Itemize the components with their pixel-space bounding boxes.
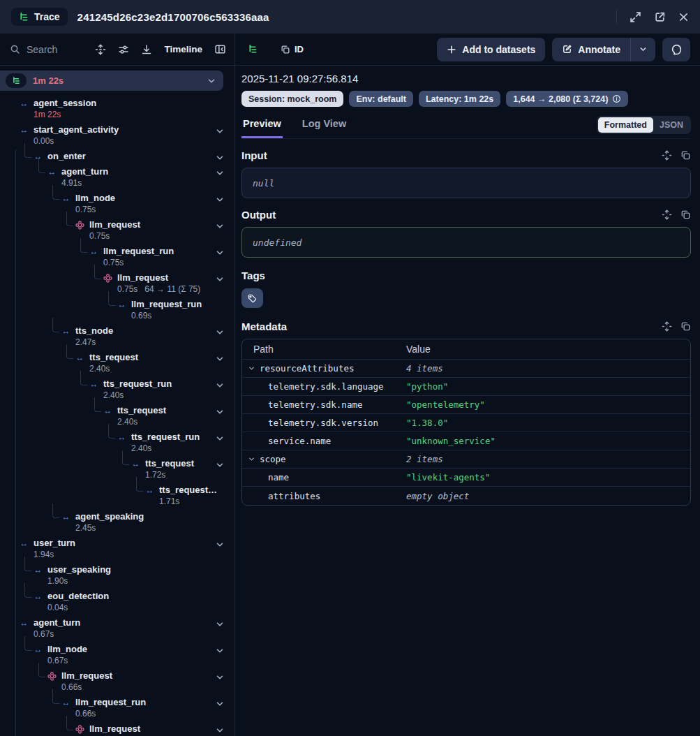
tree-item-agent_session[interactable]: ↔agent_session1m 22s xyxy=(0,96,234,123)
chevron-down-icon[interactable] xyxy=(215,248,225,258)
chevron-down-icon[interactable] xyxy=(215,168,225,178)
collapse-panel-icon[interactable] xyxy=(214,43,226,55)
tree-item-llm_request[interactable]: llm_request0.66s xyxy=(0,669,234,695)
add-tag-button[interactable] xyxy=(241,288,263,308)
copy-icon[interactable] xyxy=(680,321,691,332)
chevron-down-icon[interactable] xyxy=(215,153,225,163)
span-name: llm_request_run xyxy=(103,246,174,257)
search-input[interactable] xyxy=(27,44,82,55)
timeline-button[interactable]: Timeline xyxy=(164,44,202,54)
metadata-row-scope[interactable]: scope2 items xyxy=(242,450,690,469)
tree-item-user_speaking[interactable]: ↔user_speaking1.90s xyxy=(0,563,234,589)
trace-tree-icon xyxy=(19,12,29,22)
span-arrows-icon: ↔ xyxy=(19,98,29,109)
tree-view-toggle-icon[interactable] xyxy=(248,44,258,54)
open-external-button[interactable] xyxy=(654,11,666,23)
annotate-dropdown-button[interactable] xyxy=(631,38,655,61)
close-icon[interactable] xyxy=(678,12,689,22)
tree-item-agent_turn[interactable]: ↔agent_turn0.67s xyxy=(0,616,234,642)
detail-tabs: Preview Log View FormattedJSON xyxy=(241,115,691,139)
expand-section-icon[interactable] xyxy=(662,150,672,161)
span-arrows-icon: ↔ xyxy=(117,299,127,310)
tree-item-tts_request[interactable]: ↔tts_request2.40s xyxy=(0,404,234,430)
chevron-down-icon[interactable] xyxy=(215,274,225,284)
chevron-down-icon[interactable] xyxy=(215,327,225,337)
chevron-down-icon[interactable] xyxy=(215,221,225,231)
tree-item-llm_request_run[interactable]: ↔llm_request_run0.69s xyxy=(0,297,234,324)
tree-item-agent_turn[interactable]: ↔agent_turn4.91s xyxy=(0,165,234,191)
tree-item-llm_request_run[interactable]: ↔llm_request_run0.66s xyxy=(0,695,234,722)
metadata-col-path: Path xyxy=(242,344,406,355)
format-option-formatted[interactable]: Formatted xyxy=(598,117,653,133)
comments-button[interactable] xyxy=(662,38,690,61)
chevron-down-icon[interactable] xyxy=(215,646,225,656)
copy-icon[interactable] xyxy=(680,209,691,220)
metadata-value: "unknown_service" xyxy=(406,436,690,446)
info-icon[interactable] xyxy=(612,94,621,103)
chevron-down-icon[interactable] xyxy=(215,434,225,443)
span-duration: 1.71s xyxy=(159,496,217,507)
tree-item-user_turn[interactable]: ↔user_turn1.94s xyxy=(0,536,234,563)
tree-item-llm_request[interactable]: llm_request0.66s89 → 14 (Σ 103) xyxy=(0,722,234,736)
span-name: llm_request xyxy=(89,219,140,230)
chevron-down-icon[interactable] xyxy=(215,460,225,470)
copy-icon[interactable] xyxy=(680,150,691,161)
span-name: user_turn xyxy=(33,538,75,549)
expand-section-icon[interactable] xyxy=(662,321,672,332)
chevron-down-icon[interactable] xyxy=(215,672,225,682)
chevron-down-icon[interactable] xyxy=(215,540,225,550)
tree-item-tts_request_run[interactable]: ↔tts_request_run2.40s xyxy=(0,430,234,457)
metadata-row-name: name"livekit-agents" xyxy=(242,469,690,487)
tree-item-eou_detection[interactable]: ↔eou_detection0.04s xyxy=(0,589,234,616)
span-name: tts_request_run xyxy=(103,378,172,390)
tree-item-llm_node[interactable]: ↔llm_node0.75s xyxy=(0,191,234,218)
chevron-down-icon[interactable] xyxy=(215,619,225,629)
chevron-down-icon[interactable] xyxy=(207,76,216,86)
chevron-down-icon[interactable] xyxy=(215,126,225,136)
tree-item-tts_node[interactable]: ↔tts_node2.47s xyxy=(0,324,234,351)
filter-icon[interactable] xyxy=(118,44,129,55)
span-duration: 0.04s xyxy=(47,603,109,613)
span-arrows-icon: ↔ xyxy=(75,352,85,363)
chevron-down-icon[interactable] xyxy=(215,407,225,417)
metadata-value: 4 items xyxy=(406,363,690,374)
span-duration: 2.45s xyxy=(75,523,144,533)
format-option-json[interactable]: JSON xyxy=(653,117,690,133)
tree-root-row[interactable]: 1m 22s xyxy=(0,71,223,91)
metadata-section-header: Metadata xyxy=(241,321,691,332)
tree-item-llm_node[interactable]: ↔llm_node0.67s xyxy=(0,642,234,669)
fullscreen-button[interactable] xyxy=(630,11,641,23)
tree-item-llm_request[interactable]: llm_request0.75s64 → 11 (Σ 75) xyxy=(0,271,234,297)
search-box[interactable] xyxy=(10,44,95,55)
tree-item-tts_request[interactable]: ↔tts_request1.72s xyxy=(0,457,234,483)
collapse-all-icon[interactable] xyxy=(95,44,106,55)
chevron-down-icon[interactable] xyxy=(248,455,255,463)
tree-item-llm_request_run[interactable]: ↔llm_request_run0.75s xyxy=(0,244,234,271)
chevron-down-icon[interactable] xyxy=(215,726,225,735)
tree-item-on_enter[interactable]: ↔on_enter xyxy=(0,149,234,165)
annotate-button[interactable]: Annotate xyxy=(552,38,630,61)
span-duration: 0.75s xyxy=(75,205,115,215)
chevron-down-icon[interactable] xyxy=(215,195,225,205)
add-to-datasets-button[interactable]: Add to datasets xyxy=(437,38,545,61)
tree-item-agent_speaking[interactable]: ↔agent_speaking2.45s xyxy=(0,510,234,536)
chevron-down-icon[interactable] xyxy=(215,699,225,709)
span-name: agent_turn xyxy=(33,617,80,628)
tree-item-start_agent_activity[interactable]: ↔start_agent_activity0.00s xyxy=(0,123,234,149)
tree-item-tts_request[interactable]: ↔tts_request2.40s xyxy=(0,351,234,377)
tree-item-tts_request[interactable]: ↔tts_request…1.71s xyxy=(0,483,234,510)
span-name: user_speaking xyxy=(47,564,111,575)
metadata-row-resourceAttributes[interactable]: resourceAttributes4 items xyxy=(242,360,690,378)
chevron-down-icon[interactable] xyxy=(215,381,225,390)
span-arrows-icon: ↔ xyxy=(19,124,29,135)
chevron-down-icon[interactable] xyxy=(215,354,225,364)
download-icon[interactable] xyxy=(141,44,152,55)
tab-log-view[interactable]: Log View xyxy=(301,115,348,138)
chevron-down-icon[interactable] xyxy=(248,365,255,372)
span-duration: 2.40s xyxy=(103,390,172,401)
id-view-toggle[interactable]: ID xyxy=(281,44,304,54)
tab-preview[interactable]: Preview xyxy=(241,115,283,138)
expand-section-icon[interactable] xyxy=(662,209,672,220)
tree-item-llm_request[interactable]: llm_request0.75s xyxy=(0,218,234,244)
tree-item-tts_request_run[interactable]: ↔tts_request_run2.40s xyxy=(0,377,234,404)
